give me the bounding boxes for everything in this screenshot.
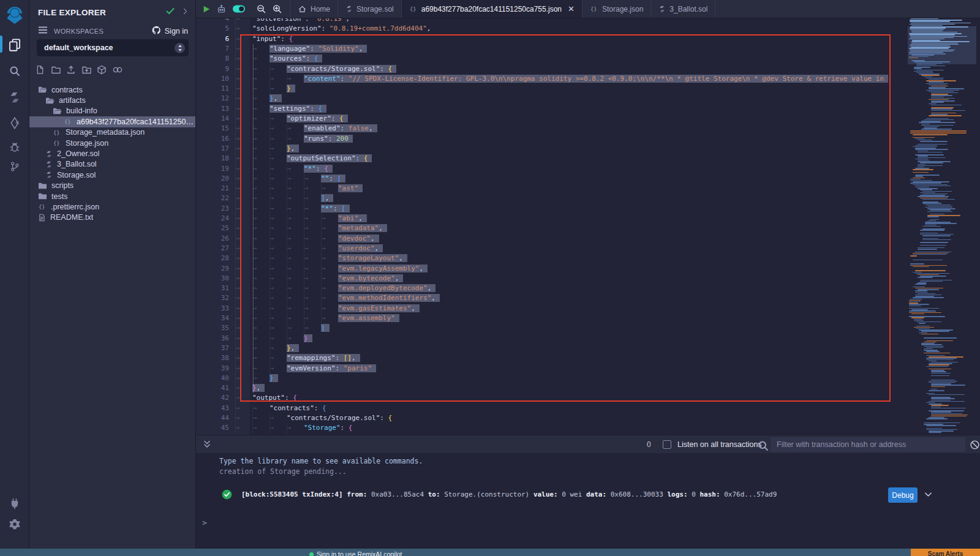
- code-line-35[interactable]: →→→→→]: [230, 323, 888, 333]
- tab-storage-sol[interactable]: Storage.sol: [338, 0, 402, 18]
- code-line-5[interactable]: →"solcLongVersion": "0.8.19+commit.7dd6d…: [230, 24, 888, 34]
- code-line-38[interactable]: →→→"remappings": [],: [230, 353, 888, 363]
- code-editor[interactable]: 4567891011121314151617181920212223242526…: [196, 18, 980, 435]
- code-line-34[interactable]: →→→→→→"evm.assembly": [230, 314, 888, 323]
- terminal-prompt[interactable]: >: [202, 518, 207, 527]
- tree-item-tests[interactable]: tests: [29, 191, 195, 201]
- tree-item-contracts[interactable]: contracts: [29, 85, 195, 95]
- code-line-6[interactable]: →"input": {: [230, 34, 888, 44]
- theme-toggle-icon[interactable]: [232, 4, 246, 13]
- debugger-icon[interactable]: [0, 141, 29, 153]
- code-line-33[interactable]: →→→→→→"evm.gasEstimates",: [230, 304, 888, 314]
- code-line-41[interactable]: →},: [230, 383, 888, 393]
- code-line-32[interactable]: →→→→→→"evm.methodIdentifiers",: [230, 293, 888, 303]
- code-line-42[interactable]: →"output": {: [230, 393, 888, 403]
- minimap[interactable]: [908, 18, 976, 435]
- new-folder-icon[interactable]: [51, 65, 61, 75]
- hamburger-menu-icon[interactable]: [38, 26, 48, 37]
- ai-assistant-icon[interactable]: [216, 4, 227, 14]
- code-line-16[interactable]: →→→→"runs": 200: [230, 134, 888, 144]
- tree-item-storage-metadata-json[interactable]: {}Storage_metadata.json: [29, 127, 195, 138]
- code-line-26[interactable]: →→→→→→"devdoc",: [230, 234, 888, 244]
- tab-storage-json[interactable]: {}Storage.json: [582, 0, 651, 18]
- check-icon[interactable]: [165, 6, 175, 18]
- upload-file-icon[interactable]: [66, 65, 76, 75]
- code-line-7[interactable]: →→"language": "Solidity",: [230, 44, 888, 54]
- settings-gear-icon[interactable]: [0, 518, 29, 530]
- upload-folder-icon[interactable]: [81, 65, 91, 75]
- workspace-caret-icon[interactable]: [175, 43, 185, 53]
- code-line-27[interactable]: →→→→→→"userdoc",: [230, 244, 888, 254]
- code-line-19[interactable]: →→→→"*": {: [230, 164, 888, 174]
- code-line-44[interactable]: →→→"contracts/Storage.sol": {: [230, 413, 888, 423]
- code-line-45[interactable]: →→→→"Storage": {: [230, 423, 888, 433]
- tree-item-readme-txt[interactable]: README.txt: [29, 212, 195, 223]
- tree-item-storage-sol[interactable]: Storage.sol: [29, 170, 195, 180]
- tree-item-storage-json[interactable]: {}Storage.json: [29, 138, 195, 148]
- tree-item-artifacts[interactable]: artifacts: [29, 95, 195, 105]
- code-line-23[interactable]: →→→→→"*": [: [230, 204, 888, 214]
- terminal-output[interactable]: Type the library name to see available c…: [196, 453, 980, 549]
- zoom-in-icon[interactable]: [272, 4, 282, 14]
- listen-all-checkbox[interactable]: [663, 440, 671, 449]
- scam-alerts-badge[interactable]: Scam Alerts: [911, 549, 980, 556]
- code-line-24[interactable]: →→→→→→"abi",: [230, 214, 888, 224]
- tree-item-a69b43f277ba20fcac141151250ca7-[interactable]: {}a69b43f277ba20fcac141151250ca7...: [29, 116, 195, 127]
- code-line-18[interactable]: →→→"outputSelection": {: [230, 154, 888, 163]
- deploy-run-icon[interactable]: [0, 116, 29, 130]
- code-line-21[interactable]: →→→→→→"ast": [230, 184, 888, 193]
- tree-item-2-owner-sol[interactable]: 2_Owner.sol: [29, 148, 195, 159]
- expand-terminal-icon[interactable]: [202, 440, 212, 452]
- tab-3-ballot-sol[interactable]: 3_Ballot.sol: [651, 0, 715, 18]
- tab-a69b43f277ba20fcac141151250ca755-json[interactable]: {}a69b43f277ba20fcac141151250ca755.json✕: [402, 0, 582, 18]
- clear-console-icon[interactable]: [970, 440, 980, 453]
- code-line-31[interactable]: →→→→→→"evm.deployedBytecode",: [230, 284, 888, 293]
- tree-item-3-ballot-sol[interactable]: 3_Ballot.sol: [29, 159, 195, 170]
- code-line-8[interactable]: →→"sources": {: [230, 54, 888, 64]
- code-line-43[interactable]: →→"contracts": {: [230, 404, 888, 413]
- statusbar-copilot[interactable]: Sign in to use RemixAI copilot: [309, 550, 402, 556]
- close-tab-icon[interactable]: ✕: [568, 5, 575, 13]
- code-line-29[interactable]: →→→→→→"evm.legacyAssembly",: [230, 264, 888, 274]
- code-line-30[interactable]: →→→→→→"evm.bytecode",: [230, 274, 888, 284]
- code-line-15[interactable]: →→→→"enabled": false,: [230, 124, 888, 133]
- plugin-manager-icon[interactable]: [0, 497, 29, 509]
- tree-item--prettierrc-json[interactable]: {}.prettierrc.json: [29, 201, 195, 212]
- zoom-out-icon[interactable]: [256, 4, 266, 14]
- code-line-10[interactable]: →→→→"content": "// SPDX-License-Identifi…: [230, 74, 888, 84]
- code-line-40[interactable]: →→}: [230, 374, 888, 383]
- code-line-14[interactable]: →→→"optimizer": {: [230, 114, 888, 124]
- search-icon[interactable]: [0, 65, 29, 77]
- tree-item-build-info[interactable]: build-info: [29, 106, 195, 116]
- code-line-36[interactable]: →→→→}: [230, 334, 888, 344]
- code-line-9[interactable]: →→→"contracts/Storage.sol": {: [230, 64, 888, 74]
- new-file-icon[interactable]: [36, 65, 45, 75]
- workspace-select[interactable]: default_workspace: [37, 39, 189, 56]
- transaction-log[interactable]: [block:5583405 txIndex:4] from: 0xa03...…: [241, 490, 777, 498]
- sign-in-button[interactable]: Sign in: [151, 25, 188, 37]
- code-line-22[interactable]: →→→→→],: [230, 193, 888, 203]
- code-line-12[interactable]: →→},: [230, 94, 888, 103]
- run-script-icon[interactable]: [202, 5, 211, 13]
- code-line-39[interactable]: →→→"evmVersion": "paris": [230, 364, 888, 374]
- solidity-compiler-icon[interactable]: [0, 91, 29, 104]
- link-icon[interactable]: [112, 65, 122, 75]
- cube-icon[interactable]: [97, 65, 107, 75]
- tab-home[interactable]: Home: [290, 0, 338, 18]
- transaction-filter-input[interactable]: [771, 437, 965, 452]
- code-line-13[interactable]: →→"settings": {: [230, 104, 888, 114]
- file-explorer-icon[interactable]: [0, 38, 29, 51]
- code-line-4[interactable]: →"solcVersion": "0.8.19",: [230, 18, 888, 24]
- code-line-11[interactable]: →→→}: [230, 84, 888, 94]
- code-line-25[interactable]: →→→→→→"metadata",: [230, 224, 888, 233]
- git-icon[interactable]: [0, 160, 29, 173]
- tree-item-scripts[interactable]: scripts: [29, 181, 195, 191]
- chevron-right-icon[interactable]: [181, 7, 189, 18]
- code-line-20[interactable]: →→→→→"": [: [230, 174, 888, 184]
- code-line-17[interactable]: →→→},: [230, 144, 888, 154]
- remix-logo-icon[interactable]: [0, 5, 29, 26]
- debug-button[interactable]: Debug: [888, 487, 918, 503]
- code-line-28[interactable]: →→→→→→"storageLayout",: [230, 254, 888, 263]
- code-line-37[interactable]: →→→},: [230, 344, 888, 353]
- tx-expand-chevron-icon[interactable]: [924, 490, 933, 502]
